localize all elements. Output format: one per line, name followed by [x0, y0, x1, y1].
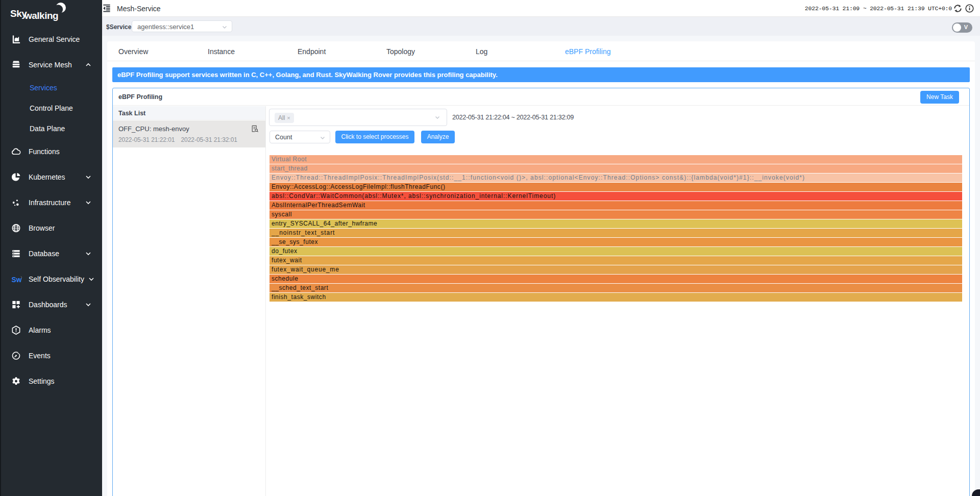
svg-text:Sw: Sw	[12, 276, 22, 284]
svg-text:walking: walking	[24, 10, 58, 21]
